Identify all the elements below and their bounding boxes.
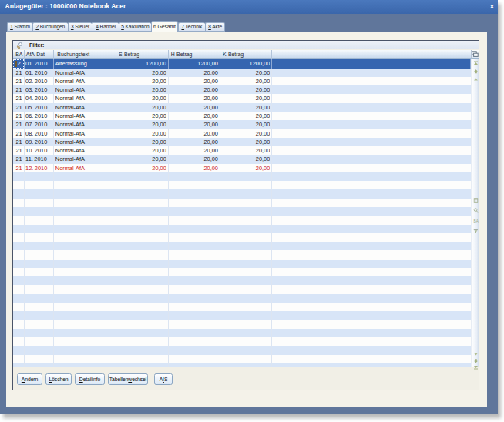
svg-text:BA: BA: [473, 219, 479, 223]
